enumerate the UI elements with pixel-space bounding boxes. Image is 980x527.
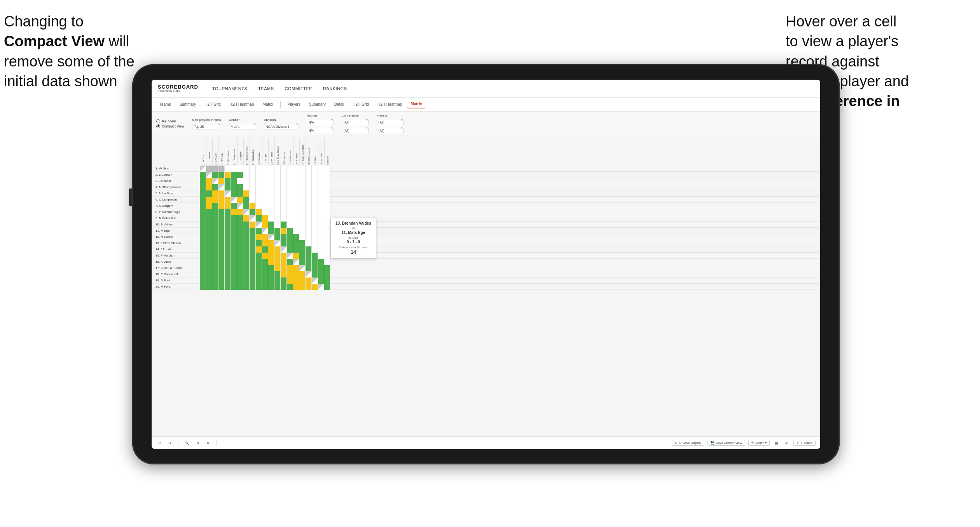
matrix-cell-11-17[interactable] bbox=[299, 228, 306, 234]
matrix-cell-5-16[interactable] bbox=[293, 190, 299, 197]
matrix-cell-10-15[interactable] bbox=[287, 222, 293, 228]
matrix-cell-5-7[interactable] bbox=[237, 190, 243, 197]
matrix-cell-6-6[interactable] bbox=[231, 197, 237, 203]
matrix-cell-13-18[interactable] bbox=[306, 240, 312, 246]
matrix-cell-12-21[interactable] bbox=[324, 234, 330, 240]
matrix-cell-16-11[interactable] bbox=[262, 259, 268, 265]
matrix-cell-19-2[interactable] bbox=[206, 277, 212, 284]
matrix-cell-3-12[interactable] bbox=[268, 178, 274, 184]
matrix-cell-10-18[interactable] bbox=[306, 222, 312, 228]
matrix-cell-20-5[interactable] bbox=[225, 284, 231, 290]
matrix-cell-15-17[interactable] bbox=[299, 253, 306, 259]
matrix-cell-9-9[interactable] bbox=[250, 215, 256, 222]
players-select-1[interactable]: (All) bbox=[377, 120, 404, 125]
matrix-cell-5-13[interactable] bbox=[274, 190, 281, 197]
matrix-cell-1-16[interactable] bbox=[293, 166, 299, 172]
matrix-cell-17-20[interactable] bbox=[318, 265, 324, 271]
matrix-cell-17-6[interactable] bbox=[231, 265, 237, 271]
matrix-cell-5-15[interactable] bbox=[287, 190, 293, 197]
matrix-cell-3-1[interactable] bbox=[200, 178, 206, 184]
matrix-cell-12-15[interactable] bbox=[287, 234, 293, 240]
matrix-cell-9-17[interactable] bbox=[299, 215, 306, 222]
matrix-cell-16-5[interactable] bbox=[225, 259, 231, 265]
matrix-cell-9-19[interactable] bbox=[312, 215, 318, 222]
matrix-cell-15-8[interactable] bbox=[243, 253, 250, 259]
matrix-cell-8-21[interactable] bbox=[324, 209, 330, 215]
matrix-cell-13-13[interactable] bbox=[274, 240, 281, 246]
matrix-cell-14-11[interactable] bbox=[262, 246, 268, 253]
matrix-cell-14-7[interactable] bbox=[237, 246, 243, 253]
matrix-cell-19-12[interactable] bbox=[268, 277, 274, 284]
matrix-cell-12-4[interactable] bbox=[218, 234, 225, 240]
matrix-cell-11-10[interactable] bbox=[256, 228, 262, 234]
matrix-cell-7-9[interactable] bbox=[250, 203, 256, 209]
matrix-cell-18-7[interactable] bbox=[237, 271, 243, 277]
matrix-cell-14-4[interactable] bbox=[218, 246, 225, 253]
matrix-cell-7-3[interactable] bbox=[212, 203, 218, 209]
matrix-cell-16-19[interactable] bbox=[312, 259, 318, 265]
matrix-cell-20-15[interactable] bbox=[287, 284, 293, 290]
matrix-cell-4-14[interactable] bbox=[281, 184, 287, 190]
matrix-cell-10-17[interactable] bbox=[299, 222, 306, 228]
matrix-cell-17-14[interactable] bbox=[281, 265, 287, 271]
matrix-cell-9-1[interactable] bbox=[200, 215, 206, 222]
matrix-cell-7-14[interactable] bbox=[281, 203, 287, 209]
matrix-cell-3-13[interactable] bbox=[274, 178, 281, 184]
matrix-cell-19-15[interactable] bbox=[287, 277, 293, 284]
matrix-cell-12-16[interactable] bbox=[293, 234, 299, 240]
matrix-cell-16-9[interactable] bbox=[250, 259, 256, 265]
matrix-cell-11-11[interactable] bbox=[262, 228, 268, 234]
matrix-cell-17-18[interactable] bbox=[306, 265, 312, 271]
matrix-cell-11-12[interactable] bbox=[268, 228, 274, 234]
tab-h2h-grid-1[interactable]: H2H Grid bbox=[201, 101, 224, 108]
matrix-cell-7-16[interactable] bbox=[293, 203, 299, 209]
matrix-cell-6-10[interactable] bbox=[256, 197, 262, 203]
matrix-cell-10-5[interactable] bbox=[225, 222, 231, 228]
matrix-cell-17-8[interactable] bbox=[243, 265, 250, 271]
matrix-cell-15-3[interactable] bbox=[212, 253, 218, 259]
matrix-cell-14-19[interactable] bbox=[312, 246, 318, 253]
matrix-cell-1-3[interactable] bbox=[212, 166, 218, 172]
matrix-cell-19-9[interactable] bbox=[250, 277, 256, 284]
matrix-cell-3-7[interactable] bbox=[237, 178, 243, 184]
matrix-cell-18-16[interactable] bbox=[293, 271, 299, 277]
matrix-cell-8-9[interactable] bbox=[250, 209, 256, 215]
matrix-cell-20-17[interactable] bbox=[299, 284, 306, 290]
matrix-cell-14-17[interactable] bbox=[299, 246, 306, 253]
matrix-cell-14-15[interactable] bbox=[287, 246, 293, 253]
matrix-cell-8-5[interactable] bbox=[225, 209, 231, 215]
tab-h2h-heatmap-1[interactable]: H2H Heatmap bbox=[226, 101, 257, 108]
conference-select-2[interactable]: (All) bbox=[342, 128, 369, 133]
matrix-cell-1-21[interactable] bbox=[324, 166, 330, 172]
matrix-cell-17-10[interactable] bbox=[256, 265, 262, 271]
matrix-cell-14-16[interactable] bbox=[293, 246, 299, 253]
matrix-cell-10-20[interactable] bbox=[318, 222, 324, 228]
matrix-cell-15-4[interactable] bbox=[218, 253, 225, 259]
matrix-cell-6-11[interactable] bbox=[262, 197, 268, 203]
matrix-cell-11-19[interactable] bbox=[312, 228, 318, 234]
matrix-cell-8-13[interactable] bbox=[274, 209, 281, 215]
matrix-cell-17-1[interactable] bbox=[200, 265, 206, 271]
matrix-cell-5-1[interactable] bbox=[200, 190, 206, 197]
matrix-cell-2-5[interactable] bbox=[225, 172, 231, 178]
matrix-cell-1-13[interactable] bbox=[274, 166, 281, 172]
matrix-cell-17-19[interactable] bbox=[312, 265, 318, 271]
matrix-cell-15-9[interactable] bbox=[250, 253, 256, 259]
matrix-cell-5-3[interactable] bbox=[212, 190, 218, 197]
matrix-cell-7-2[interactable] bbox=[206, 203, 212, 209]
matrix-cell-16-6[interactable] bbox=[231, 259, 237, 265]
tab-players[interactable]: Players bbox=[285, 101, 304, 108]
matrix-cell-19-1[interactable] bbox=[200, 277, 206, 284]
view-original-btn[interactable]: ⊙ ⊙ View: Original bbox=[672, 440, 704, 446]
matrix-cell-13-16[interactable] bbox=[293, 240, 299, 246]
matrix-cell-15-14[interactable] bbox=[281, 253, 287, 259]
matrix-cell-7-4[interactable] bbox=[218, 203, 225, 209]
matrix-cell-3-16[interactable] bbox=[293, 178, 299, 184]
matrix-cell-6-8[interactable] bbox=[243, 197, 250, 203]
matrix-cell-12-17[interactable] bbox=[299, 234, 306, 240]
matrix-cell-11-2[interactable] bbox=[206, 228, 212, 234]
matrix-cell-8-18[interactable] bbox=[306, 209, 312, 215]
matrix-cell-5-11[interactable] bbox=[262, 190, 268, 197]
matrix-cell-12-9[interactable] bbox=[250, 234, 256, 240]
matrix-cell-6-14[interactable] bbox=[281, 197, 287, 203]
